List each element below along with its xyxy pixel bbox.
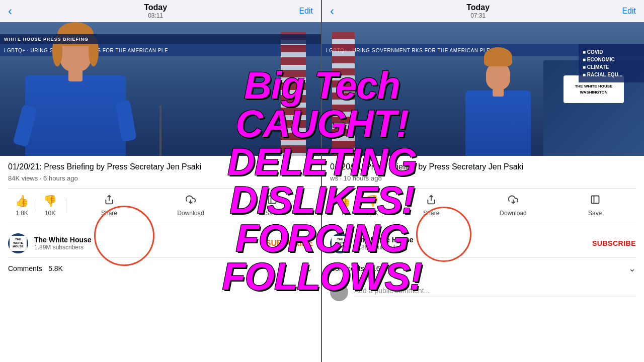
- right-wh-logo-text: THEWHITEHOUSE: [335, 238, 345, 249]
- right-video-title: 01/20/21: Press Briefing by Press Secret…: [330, 162, 627, 172]
- left-channel-avatar: THEWHITEHOUSE: [8, 233, 28, 253]
- right-dislike-icon: 👎: [365, 195, 379, 208]
- left-person-body: [25, 75, 126, 156]
- left-save-icon: [267, 195, 278, 208]
- left-channel-info: The White House 1.89M subscribers: [34, 236, 260, 251]
- left-share-icon: [104, 195, 115, 208]
- left-save-label: Save: [265, 210, 279, 217]
- left-title-area: Today 03:11: [144, 3, 167, 19]
- left-action-separator: [66, 198, 66, 213]
- right-save-label: Save: [588, 210, 602, 217]
- left-channel-subs: 1.89M subscribers: [34, 244, 260, 251]
- right-comments-label: Comments: [330, 264, 364, 273]
- right-dislike-wrapper: 👎 3.1K: [358, 191, 386, 221]
- right-person-hair: [484, 47, 512, 66]
- left-wh-logo-text: THEWHITEHOUSE: [13, 238, 23, 249]
- left-video-bg: LGBTQ+ · URING GOVERNMENT RKS FOR THE AM…: [0, 22, 321, 156]
- left-mic-stand: [159, 106, 162, 156]
- right-phone-title: Today: [466, 3, 490, 12]
- right-commenter-avatar: [330, 283, 348, 301]
- right-action-row: 👍 K 👎 3.1K: [330, 188, 636, 223]
- left-wh-logo: THEWHITEHOUSE: [10, 236, 27, 251]
- left-download-label: Download: [177, 210, 204, 217]
- right-download-button[interactable]: Download: [472, 191, 554, 221]
- right-phone-header: ‹ Today 07:31 Edit: [322, 0, 644, 22]
- left-phone-time: 03:11: [144, 12, 167, 19]
- left-video-title: 01/20/21: Press Briefing by Press Secret…: [8, 162, 300, 172]
- left-save-button[interactable]: Save: [231, 191, 313, 221]
- right-edit-button[interactable]: Edit: [622, 7, 636, 16]
- svg-rect-2: [269, 196, 276, 203]
- right-sidebar-topics: ■ COVID ■ ECONOMIC ■ CLIMATE ■ RACIAL EQ…: [579, 44, 644, 82]
- left-dislike-icon: 👎: [43, 195, 57, 208]
- right-subscribe-button[interactable]: SUBSCRIBE: [592, 239, 636, 247]
- right-topic-racial: ■ RACIAL EQU...: [583, 71, 640, 78]
- right-person-area: [453, 65, 543, 156]
- right-channel-row: THEWHITEHOUSE The White House 1.89M subs…: [330, 229, 636, 258]
- left-video-meta: 84K views · 6 hours ago: [8, 174, 313, 182]
- right-like-button[interactable]: 👍 K: [330, 191, 358, 221]
- left-dislike-wrapper: 👎 10K: [36, 191, 64, 221]
- right-share-button[interactable]: Share: [390, 191, 472, 221]
- left-comments-label: Comments: [8, 264, 42, 273]
- right-panel: ‹ Today 07:31 Edit LGBTQ+ · URING GOVERN…: [322, 0, 644, 362]
- right-like-icon: 👍: [337, 195, 351, 208]
- left-action-row: 👍 1.8K 👎 10K: [8, 188, 313, 223]
- left-like-count: 1.8K: [16, 210, 28, 217]
- left-download-icon: [185, 195, 196, 208]
- right-title-area: Today 07:31: [466, 3, 490, 19]
- left-content-area: 01/20/21: Press Briefing by Press Secret…: [0, 156, 321, 362]
- right-video-meta: ws · 10 hours ago: [330, 174, 636, 182]
- left-panel: ‹ Today 03:11 Edit LGBTQ+ · URING GOVERN…: [0, 0, 322, 362]
- right-comment-input-row: Add a public comment...: [330, 279, 636, 305]
- left-share-button[interactable]: Share: [68, 191, 150, 221]
- left-channel-name: The White House: [34, 236, 260, 244]
- left-like-icon: 👍: [15, 195, 29, 208]
- right-wh-logo-avatar: THEWHITEHOUSE: [332, 236, 349, 251]
- right-channel-subs: 1.89M subscribers: [356, 244, 586, 251]
- right-wh-logo-text: THE WHITE HOUSEWASHINGTON: [575, 83, 613, 95]
- left-back-button[interactable]: ‹: [8, 4, 12, 18]
- right-share-label: Share: [423, 210, 439, 217]
- left-person-area: [10, 48, 141, 156]
- right-comment-input[interactable]: Add a public comment...: [354, 287, 636, 297]
- svg-rect-6: [591, 196, 599, 203]
- left-comments-row[interactable]: Comments 5.8K ⌄: [8, 258, 313, 279]
- right-like-count: K: [342, 210, 346, 217]
- right-share-icon: [426, 195, 437, 208]
- left-dislike-count: 10K: [45, 210, 55, 217]
- left-like-button[interactable]: 👍 1.8K: [8, 191, 36, 221]
- right-comments-count: 7.6K: [370, 264, 385, 273]
- left-flag: [281, 32, 306, 156]
- left-dislike-button[interactable]: 👎 10K: [36, 191, 64, 221]
- left-comments-expand-icon[interactable]: ⌄: [305, 263, 313, 274]
- right-back-button[interactable]: ‹: [330, 4, 334, 18]
- right-person-body: [465, 90, 531, 156]
- left-share-label: Share: [101, 210, 117, 217]
- left-video-area: ‹ Today 03:11 Edit LGBTQ+ · URING GOVERN…: [0, 0, 321, 156]
- right-comments-label-area: Comments 7.6K: [330, 264, 385, 273]
- right-comments-expand-icon[interactable]: ⌄: [628, 263, 636, 274]
- left-comments-label-area: Comments 5.8K: [8, 264, 63, 273]
- right-dislike-button[interactable]: 👎 3.1K: [358, 191, 386, 221]
- right-person-head: [486, 62, 510, 89]
- right-topic-covid: ■ COVID: [583, 48, 640, 56]
- left-comments-count: 5.8K: [48, 264, 63, 273]
- right-save-icon: [590, 195, 601, 208]
- right-topic-economic: ■ ECONOMIC: [583, 56, 640, 63]
- right-channel-avatar: THEWHITEHOUSE: [330, 233, 350, 253]
- right-action-separator: [388, 198, 388, 213]
- left-phone-header: ‹ Today 03:11 Edit: [0, 0, 321, 22]
- right-comments-row[interactable]: Comments 7.6K ⌄: [330, 258, 636, 279]
- right-channel-name: The White House: [356, 236, 586, 244]
- left-phone-title: Today: [144, 3, 167, 12]
- right-video-bg: LGBTQ+ · URING GOVERNMENT RKS FOR THE AM…: [322, 22, 644, 156]
- left-download-button[interactable]: Download: [150, 191, 231, 221]
- left-channel-row: THEWHITEHOUSE The White House 1.89M subs…: [8, 229, 313, 258]
- right-flag: [332, 32, 355, 156]
- left-subscribe-button[interactable]: SUBSCRIBE: [266, 239, 313, 248]
- left-edit-button[interactable]: Edit: [299, 7, 313, 16]
- right-save-button[interactable]: Save: [554, 191, 636, 221]
- left-banner-text: WHITE HOUSE PRESS BRIEFING: [4, 37, 89, 42]
- right-dislike-count: 3.1K: [366, 210, 378, 217]
